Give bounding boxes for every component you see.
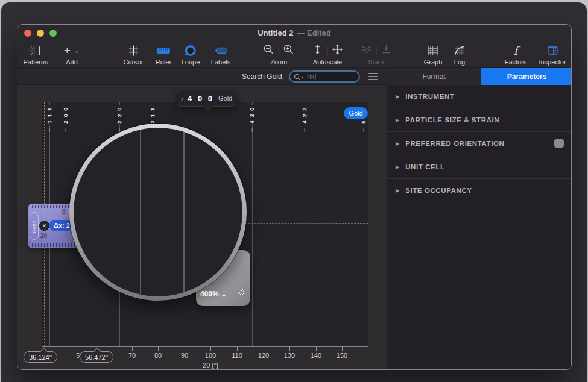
axis-tick [316, 347, 317, 351]
toolbar-label: Ruler [156, 58, 171, 66]
labels-button[interactable]: Labels [211, 43, 230, 66]
axis-tick [80, 347, 80, 351]
axis-tick [342, 347, 343, 351]
toolbar-label: Factors [505, 58, 527, 66]
magnified-peak-line-311 [140, 128, 141, 296]
sidebar-section-site-occupancy[interactable]: ▶ SITE OCCUPANCY [387, 179, 572, 202]
patterns-button[interactable]: Patterns [24, 43, 48, 66]
inspector-tabs: Format Parameters [387, 68, 572, 85]
graph-button[interactable]: Graph [424, 43, 443, 66]
add-button[interactable]: + ⌄ Add [64, 43, 80, 66]
labels-icon [213, 43, 228, 58]
search-options-icon[interactable] [368, 73, 378, 80]
axis-tick-label: 80 [154, 352, 162, 359]
toolbar-label: Graph [424, 58, 443, 66]
sidebar-section-unit-cell[interactable]: ▶ UNIT CELL [387, 155, 572, 179]
loupe-zoom-control[interactable]: 400% ⌄ [200, 290, 235, 298]
chevron-down-icon: ⌄ [221, 290, 227, 298]
chevron-right-icon[interactable]: › [181, 94, 183, 103]
ruler-ticks [32, 243, 77, 247]
log-icon [454, 43, 466, 58]
disclosure-icon[interactable]: ▶ [396, 117, 399, 123]
phase-badge[interactable]: Gold [344, 107, 368, 119]
ruler-icon [156, 43, 171, 58]
preferred-orientation-checkbox[interactable] [554, 139, 564, 148]
disclosure-icon[interactable]: ▶ [396, 164, 399, 170]
search-bar: Search Gold: [17, 68, 387, 85]
search-field[interactable] [289, 70, 360, 83]
zoom-buttons[interactable]: Zoom [263, 43, 295, 66]
stack-waves-icon [361, 43, 373, 58]
factors-button[interactable]: f Factors [505, 43, 527, 66]
search-input[interactable] [306, 72, 358, 81]
peak-label: 1 1 1 [45, 105, 54, 125]
tab-format[interactable]: Format [387, 68, 481, 85]
toolbar-label: Autoscale [313, 58, 342, 66]
ruler-button[interactable]: Ruler [156, 43, 171, 66]
loupe-button[interactable]: Loupe [182, 43, 200, 66]
axis-tick-label: 120 [258, 352, 269, 359]
ruler-number-start: 0 [62, 208, 66, 215]
document-status: — Edited [297, 28, 330, 37]
toolbar-label: Stack [368, 58, 385, 66]
ruler-knob[interactable]: ✕ [39, 221, 49, 231]
autoscale-vertical-icon[interactable] [312, 43, 324, 58]
sidebar-section-particle-size-strain[interactable]: ▶ PARTICLE SIZE & STRAIN [387, 108, 572, 132]
chevron-down-icon: ⌄ [74, 47, 80, 55]
knob-x-icon: ✕ [42, 223, 47, 229]
axis-tick [237, 347, 238, 351]
cursor-callout-green[interactable]: 56.472° [80, 351, 113, 363]
toolbar-label: Labels [211, 58, 230, 66]
autoscale-buttons[interactable]: Autoscale [312, 43, 344, 66]
window-title: Untitled 2— Edited [17, 28, 571, 37]
title-bar: Untitled 2— Edited [17, 25, 571, 42]
toolbar-label: Add [66, 58, 78, 66]
sidebar-section-preferred-orientation[interactable]: ▶ PREFERRED ORIENTATION [387, 132, 572, 155]
axis-tick-label: 110 [232, 352, 242, 359]
down-arrow-icon: ↓ [61, 125, 71, 133]
loupe-resize-handle[interactable] [236, 287, 245, 298]
autoscale-all-icon[interactable] [332, 43, 344, 58]
loupe-icon [184, 43, 197, 58]
ruler-number-end: 20 [40, 233, 47, 239]
peak-label: 4 2 2 [300, 105, 309, 125]
down-arrow-icon: ↓ [300, 125, 309, 133]
stack-collapse-icon [381, 43, 393, 58]
disclosure-icon[interactable]: ▶ [396, 94, 399, 99]
disclosure-icon[interactable]: ▶ [396, 188, 399, 193]
search-label: Search Gold: [198, 72, 284, 81]
toolbar-label: Inspector [539, 58, 566, 66]
stack-buttons: Stack [361, 43, 393, 66]
loupe[interactable] [69, 124, 247, 301]
sidebar-section-instrument[interactable]: ▶ INSTRUMENT [387, 85, 572, 108]
axis-tick [264, 347, 264, 351]
document-name: Untitled 2 [258, 28, 293, 37]
toolbar-separator [327, 46, 328, 55]
log-button[interactable]: Log [454, 43, 466, 66]
toolbar: Patterns + ⌄ Add Cursor Ruler Lou [17, 42, 571, 68]
toolbar-label: Patterns [24, 58, 48, 66]
tab-parameters[interactable]: Parameters [481, 68, 572, 85]
axis-tick-label: 100 [205, 352, 216, 359]
axis-tick-label: 70 [128, 352, 136, 359]
zoom-in-icon[interactable] [283, 43, 295, 58]
zoom-out-icon[interactable] [263, 43, 275, 58]
patterns-icon [30, 43, 42, 58]
toolbar-separator [279, 46, 279, 55]
peak-tooltip: › 4 0 0 Gold [177, 90, 236, 107]
search-icon [293, 73, 305, 84]
chart-pane: 1 1 1 2 0 0 2 2 0 3 1 1 4 2 0 4 2 2 5 1 … [17, 85, 387, 370]
diffraction-plot[interactable]: 1 1 1 2 0 0 2 2 0 3 1 1 4 2 0 4 2 2 5 1 … [42, 102, 368, 347]
axis-tick [185, 347, 185, 351]
peak-label: 2 2 0 [115, 105, 124, 125]
inspector-button[interactable]: Inspector [539, 43, 566, 66]
toolbar-label: Cursor [123, 58, 143, 66]
cursor-button[interactable]: Cursor [123, 43, 143, 66]
cursor-callout-red[interactable]: 36.124° [24, 351, 57, 363]
axis-tick-label: 130 [284, 352, 295, 359]
disclosure-icon[interactable]: ▶ [396, 141, 399, 146]
axis-tick [158, 347, 159, 351]
x-axis-label: 2θ [°] [203, 362, 218, 369]
peak-label: 2 0 0 [61, 105, 71, 125]
ruler-serial: 8465 [30, 212, 39, 240]
